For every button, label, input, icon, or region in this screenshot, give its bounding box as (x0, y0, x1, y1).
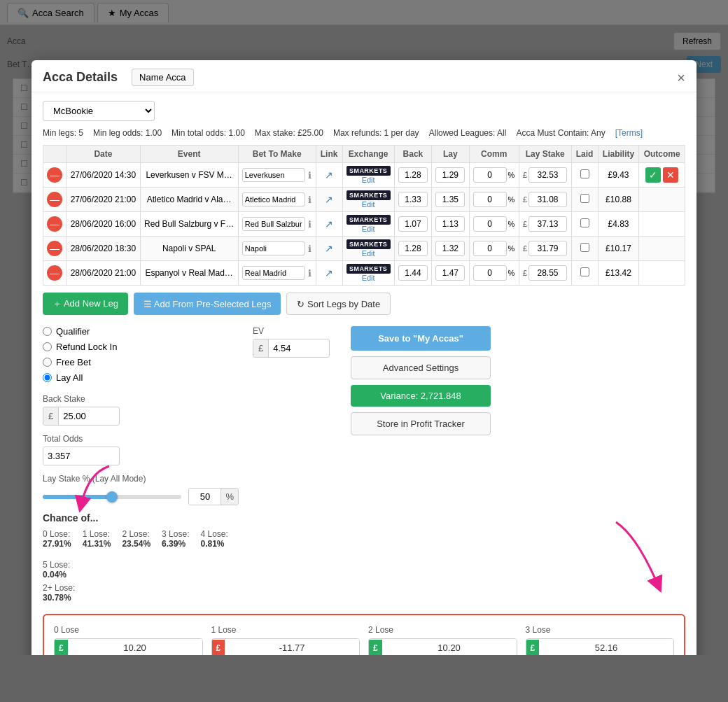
delete-cell[interactable]: — (43, 212, 66, 237)
add-new-leg-button[interactable]: ＋ Add New Leg (43, 293, 128, 315)
lay-odds-input[interactable] (435, 241, 465, 256)
lay-stake-input[interactable] (528, 241, 567, 256)
back-odds-input[interactable] (398, 241, 428, 256)
radio-qualifier-input[interactable] (43, 327, 52, 336)
comm-cell[interactable]: % (469, 212, 519, 237)
delete-leg-button[interactable]: — (47, 241, 62, 256)
laid-checkbox[interactable] (580, 194, 589, 203)
lay-odds-input[interactable] (435, 167, 465, 183)
radio-freebet[interactable]: Free Bet (43, 357, 239, 367)
back-odds-input[interactable] (398, 265, 428, 281)
link-cell[interactable]: ↗ (316, 212, 342, 237)
bet-input[interactable] (242, 168, 305, 182)
delete-leg-button[interactable]: — (47, 216, 62, 232)
lay-stake-input[interactable] (528, 167, 567, 183)
back-odds-input[interactable] (398, 216, 428, 232)
add-from-preselected-button[interactable]: ☰ Add From Pre-Selected Legs (134, 293, 281, 315)
bookie-selector[interactable]: McBookie Betfair Bet365 (43, 101, 685, 121)
comm-input[interactable] (473, 192, 507, 207)
link-cell[interactable]: ↗ (316, 261, 342, 286)
delete-cell[interactable]: — (43, 188, 66, 212)
external-link-icon[interactable]: ↗ (325, 218, 333, 230)
bet-input[interactable] (242, 192, 305, 206)
back-odds-input[interactable] (398, 167, 428, 183)
external-link-icon[interactable]: ↗ (325, 169, 333, 181)
radio-qualifier[interactable]: Qualifier (43, 326, 239, 337)
back-cell[interactable] (394, 261, 431, 286)
laid-cell[interactable] (571, 163, 598, 188)
close-modal-button[interactable]: × (677, 71, 685, 85)
laid-checkbox[interactable] (580, 169, 589, 178)
lay-cell[interactable] (432, 261, 469, 286)
bet-input[interactable] (242, 266, 305, 280)
lay-stake-input[interactable] (528, 265, 567, 281)
lay-odds-input[interactable] (435, 265, 465, 281)
outcome-win-button[interactable]: ✓ (645, 167, 661, 183)
exchange-edit-link[interactable]: Edit (346, 176, 391, 184)
comm-cell[interactable]: % (469, 163, 519, 188)
delete-leg-button[interactable]: — (47, 265, 62, 281)
exchange-edit-link[interactable]: Edit (346, 225, 391, 233)
laid-checkbox[interactable] (580, 267, 589, 276)
lay-odds-input[interactable] (435, 216, 465, 232)
lay-stake-cell[interactable]: £ (519, 163, 571, 188)
comm-cell[interactable]: % (469, 237, 519, 261)
comm-cell[interactable]: % (469, 261, 519, 286)
comm-input[interactable] (473, 265, 507, 281)
laid-cell[interactable] (571, 212, 598, 237)
exchange-edit-link[interactable]: Edit (346, 249, 391, 258)
delete-leg-button[interactable]: — (47, 192, 62, 207)
radio-layall[interactable]: Lay All (43, 372, 239, 383)
delete-cell[interactable]: — (43, 163, 66, 188)
laid-cell[interactable] (571, 188, 598, 212)
comm-cell[interactable]: % (469, 188, 519, 212)
laid-cell[interactable] (571, 237, 598, 261)
laid-checkbox[interactable] (580, 218, 589, 227)
lay-cell[interactable] (432, 237, 469, 261)
back-stake-field[interactable] (59, 407, 108, 425)
name-acca-button[interactable]: Name Acca (132, 69, 193, 86)
lay-stake-cell[interactable]: £ (519, 188, 571, 212)
total-odds-field[interactable] (43, 447, 106, 465)
lay-cell[interactable] (432, 163, 469, 188)
advanced-settings-button[interactable]: Advanced Settings (351, 356, 491, 379)
laid-cell[interactable] (571, 261, 598, 286)
laid-checkbox[interactable] (580, 243, 589, 252)
exchange-edit-link[interactable]: Edit (346, 200, 391, 209)
lay-cell[interactable] (432, 188, 469, 212)
radio-freebet-input[interactable] (43, 358, 52, 367)
lay-odds-input[interactable] (435, 192, 465, 207)
lay-stake-cell[interactable]: £ (519, 237, 571, 261)
back-cell[interactable] (394, 237, 431, 261)
back-odds-input[interactable] (398, 192, 428, 207)
link-cell[interactable]: ↗ (316, 188, 342, 212)
radio-refund-input[interactable] (43, 342, 52, 351)
store-profit-tracker-button[interactable]: Store in Profit Tracker (351, 412, 491, 435)
exchange-edit-link[interactable]: Edit (346, 274, 391, 282)
external-link-icon[interactable]: ↗ (325, 194, 333, 205)
variance-button[interactable]: Variance: 2,721.848 (351, 385, 491, 407)
lay-stake-cell[interactable]: £ (519, 261, 571, 286)
bet-input[interactable] (242, 217, 305, 231)
external-link-icon[interactable]: ↗ (325, 243, 333, 254)
external-link-icon[interactable]: ↗ (325, 267, 333, 279)
back-cell[interactable] (394, 212, 431, 237)
lay-stake-input[interactable] (528, 192, 567, 207)
sort-by-date-button[interactable]: ↻ Sort Legs by Date (286, 293, 391, 315)
outcome-lose-button[interactable]: ✕ (663, 167, 678, 183)
bet-input[interactable] (242, 241, 305, 255)
back-cell[interactable] (394, 163, 431, 188)
terms-link[interactable]: [Terms] (615, 128, 643, 138)
pct-field[interactable] (189, 489, 220, 505)
radio-layall-input[interactable] (43, 373, 52, 382)
lay-stake-cell[interactable]: £ (519, 212, 571, 237)
link-cell[interactable]: ↗ (316, 237, 342, 261)
back-cell[interactable] (394, 188, 431, 212)
lay-cell[interactable] (432, 212, 469, 237)
delete-cell[interactable]: — (43, 237, 66, 261)
comm-input[interactable] (473, 167, 507, 183)
comm-input[interactable] (473, 241, 507, 256)
radio-refund[interactable]: Refund Lock In (43, 342, 239, 352)
bookie-dropdown[interactable]: McBookie Betfair Bet365 (43, 101, 155, 121)
lay-stake-input[interactable] (528, 216, 567, 232)
